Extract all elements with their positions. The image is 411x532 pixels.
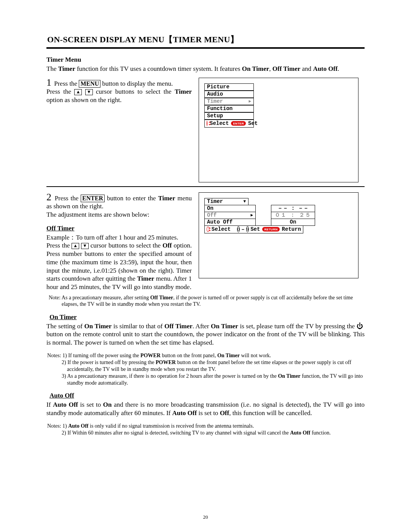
menu-item-audio: Audio bbox=[204, 91, 254, 98]
divider bbox=[46, 47, 365, 49]
menu-item-setup: Setup bbox=[204, 112, 254, 120]
notes-on-timer: Notes: 1) If turning off the power using… bbox=[46, 352, 365, 387]
menu-item-picture: Picture bbox=[204, 83, 254, 91]
on-timer-title: On Timer bbox=[49, 313, 365, 321]
off-timer-title: Off Timer bbox=[46, 224, 192, 233]
intro-text: The Timer function for this TV uses a co… bbox=[46, 65, 365, 73]
power-icon: ⏻ bbox=[357, 323, 365, 330]
nav-icon bbox=[207, 227, 209, 232]
up-arrow-icon: ▲ bbox=[74, 89, 82, 95]
auto-off-title: Auto Off bbox=[49, 391, 365, 400]
off-timer-body: Press the ▲ ▼ cursor buttons to select t… bbox=[46, 241, 192, 291]
timer-off-value: ０１ : ２５ bbox=[271, 212, 315, 219]
note-off-timer: Note: As a precautionary measure, after … bbox=[62, 294, 365, 308]
timer-autooff-value: On bbox=[271, 219, 315, 226]
step-1-row: 1 Press the MENU button to display the m… bbox=[46, 78, 365, 182]
down-arrow-icon: ▼ bbox=[81, 243, 89, 249]
page-title: ON-SCREEN DISPLAY MENU【TIMER MENU】 bbox=[47, 34, 365, 45]
osd-status-bar-2: Select 0–9 Set RETURNReturn bbox=[204, 225, 303, 233]
step-2-text: 2 Press the ENTER button to enter the Ti… bbox=[46, 192, 192, 291]
divider bbox=[46, 186, 365, 187]
page-number: 20 bbox=[0, 514, 411, 521]
down-arrow-icon: ▼ bbox=[85, 89, 93, 95]
off-timer-example: Example：To turn off after 1 hour and 25 … bbox=[46, 233, 192, 242]
timer-row-off: Off▶ bbox=[204, 212, 256, 219]
timer-row-on: On bbox=[204, 205, 256, 212]
osd-main-menu: Picture Audio Timer▶ Function Setup Sele… bbox=[199, 78, 358, 182]
auto-off-body: If Auto Off is set to On and there is no… bbox=[46, 401, 365, 417]
right-arrow-icon: ▶ bbox=[249, 98, 251, 105]
notes-auto-off: Notes: 1) Auto Off is only valid if no s… bbox=[46, 423, 365, 436]
on-timer-body: The setting of On Timer is similar to th… bbox=[46, 322, 365, 347]
zero-icon: 0 bbox=[237, 226, 240, 232]
step-1-text: 1 Press the MENU button to display the m… bbox=[46, 78, 192, 104]
nine-icon: 9 bbox=[246, 226, 249, 232]
timer-row-autooff: Auto Off bbox=[204, 219, 256, 226]
timer-on-value: －－ : －－ bbox=[271, 205, 315, 212]
up-arrow-icon: ▲ bbox=[72, 243, 79, 249]
down-arrow-icon: ▼ bbox=[243, 198, 246, 205]
step-2-row: 2 Press the ENTER button to enter the Ti… bbox=[46, 192, 365, 291]
osd-status-bar: Select ENTERSet bbox=[204, 120, 254, 128]
menu-item-timer: Timer▶ bbox=[204, 98, 254, 105]
timer-header: Timer▼ bbox=[204, 198, 249, 205]
subheading-timer-menu: Timer Menu bbox=[46, 56, 365, 64]
menu-item-function: Function bbox=[204, 105, 254, 112]
enter-pill-icon: ENTER bbox=[231, 121, 246, 126]
osd-timer-menu: Timer▼ On －－ : －－ Off▶ ０１ : ２５ Auto Off … bbox=[199, 192, 358, 278]
nav-icon bbox=[207, 121, 207, 126]
return-pill-icon: RETURN bbox=[262, 227, 279, 232]
right-arrow-icon: ▶ bbox=[250, 212, 253, 219]
